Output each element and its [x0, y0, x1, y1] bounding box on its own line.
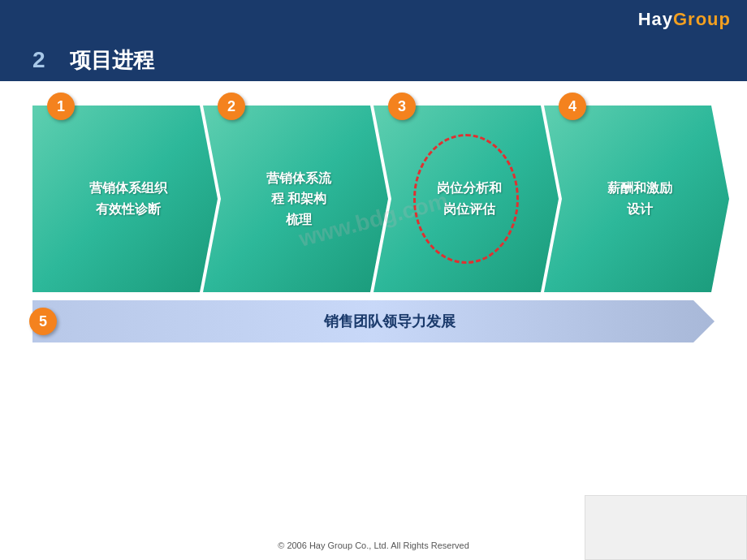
badge-5: 5: [29, 308, 57, 335]
arrow-text-1: 营销体系组织有效性诊断: [60, 178, 190, 219]
content-area: www.bdg.com 1 营销体系组织有效性诊断 2 营销体系流程 和架构梳理…: [0, 81, 747, 359]
footer: © 2006 Hay Group Co., Ltd. All Rights Re…: [0, 541, 747, 550]
badge-2: 2: [218, 93, 245, 120]
logo-hay: Hay: [638, 9, 673, 29]
bottom-arrow-container: 5 销售团队领导力发展: [32, 300, 715, 342]
bottom-arrow-text: 销售团队领导力发展: [291, 312, 456, 331]
arrow-text-4: 薪酬和激励设计: [578, 178, 695, 219]
slide-number: 2: [32, 47, 45, 73]
arrow-item-1: 1 营销体系组织有效性诊断: [32, 106, 218, 292]
arrow-item-2: 2 营销体系流程 和架构梳理: [203, 106, 388, 292]
badge-4: 4: [559, 93, 586, 120]
slide-title: 项目进程: [70, 46, 154, 75]
footer-text: © 2006 Hay Group Co., Ltd. All Rights Re…: [278, 541, 469, 550]
arrow-shape-3: 岗位分析和岗位评估: [374, 106, 559, 292]
arrow-shape-2: 营销体系流程 和架构梳理: [203, 106, 388, 292]
arrow-text-3: 岗位分析和岗位评估: [408, 178, 525, 219]
logo: HayGroup: [638, 9, 731, 30]
arrow-shape-4: 薪酬和激励设计: [544, 106, 729, 292]
arrow-item-4: 4 薪酬和激励设计: [544, 106, 729, 292]
badge-3: 3: [388, 93, 416, 120]
header-bar: HayGroup: [0, 0, 747, 39]
title-section: 2 项目进程: [0, 39, 747, 81]
arrows-container: 1 营销体系组织有效性诊断 2 营销体系流程 和架构梳理 3 岗位分析和岗位评估: [32, 106, 715, 292]
badge-1: 1: [47, 93, 75, 120]
arrow-shape-1: 营销体系组织有效性诊断: [32, 106, 218, 292]
arrow-text-2: 营销体系流程 和架构梳理: [237, 168, 354, 230]
bottom-right-box: [585, 495, 747, 560]
bottom-arrow-bg: 销售团队领导力发展: [32, 300, 715, 342]
logo-group: Group: [673, 9, 731, 29]
arrow-item-3: 3 岗位分析和岗位评估: [374, 106, 559, 292]
